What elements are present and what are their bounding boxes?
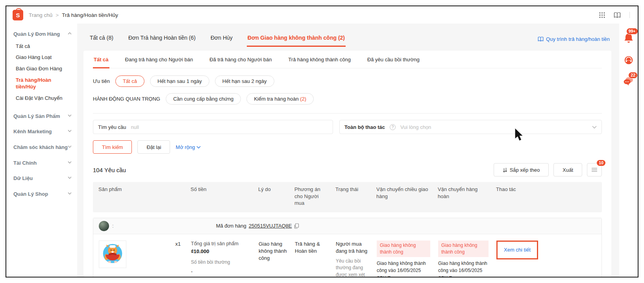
subtabs: Tất cả Đang trả hàng cho Người bán Đã tr… bbox=[93, 51, 602, 68]
sidebar-group-label: Quản Lý Sản Phẩm bbox=[13, 113, 60, 120]
chevron-down-icon bbox=[68, 130, 72, 132]
sort-arrows-icon bbox=[503, 167, 507, 173]
col-status: Trạng thái bbox=[331, 186, 372, 207]
subtab-return-failed[interactable]: Trả hàng không thành công bbox=[287, 51, 352, 68]
search-row: Tìm yêu cầu Toàn bộ thao tác ? Vui lòng … bbox=[93, 120, 602, 134]
sidebar-group-label: Quản Lý Shop bbox=[13, 191, 48, 198]
col-actions: Thao tác bbox=[492, 186, 602, 207]
view-detail-link[interactable]: Xem chi tiết bbox=[504, 247, 531, 253]
sidebar-group-customer-care[interactable]: Chăm sóc khách hàng bbox=[13, 144, 72, 151]
subtab-all[interactable]: Tất cả bbox=[93, 51, 109, 68]
search-request-field[interactable]: Tìm yêu cầu bbox=[93, 120, 333, 134]
tab-failed-delivery[interactable]: Đơn Giao hàng không thành công (2) bbox=[247, 31, 346, 47]
sidebar-group-marketing[interactable]: Kênh Marketing bbox=[13, 128, 72, 135]
subtab-returning[interactable]: Đang trả hàng cho Người bán bbox=[124, 51, 194, 68]
priority-pill-due-2-days[interactable]: Hết hạn sau 2 ngày bbox=[215, 75, 274, 87]
col-reason: Lý do bbox=[254, 186, 291, 207]
view-detail-highlight-box: Xem chi tiết bbox=[496, 241, 538, 259]
floating-rail: 99+ 22 bbox=[619, 24, 638, 277]
cell-reason: Giao hàng không thành công bbox=[255, 241, 291, 277]
chevron-down-icon bbox=[68, 176, 72, 179]
notifications-button[interactable]: 99+ bbox=[623, 32, 634, 46]
search-input[interactable] bbox=[131, 124, 328, 130]
sidebar-group-label: Chăm sóc khách hàng bbox=[13, 144, 68, 151]
return-process-link-label: Quy trình trả hàng/hoàn tiền bbox=[546, 36, 610, 42]
order-card-header: : Mã đơn hàng 250515VUJTAQ8E bbox=[93, 218, 601, 234]
select-label: Toàn bộ thao tác bbox=[344, 124, 385, 130]
sidebar-item-mass-ship[interactable]: Giao Hàng Loạt bbox=[16, 52, 72, 63]
copy-icon[interactable] bbox=[294, 223, 299, 229]
chevron-down-icon bbox=[68, 114, 72, 117]
order-code-label: Mã đơn hàng bbox=[216, 223, 246, 229]
subtab-compensation[interactable]: Đã yêu cầu bồi thường bbox=[366, 51, 420, 68]
tab-return-refund[interactable]: Đơn Trả hàng Hoàn tiền (6) bbox=[128, 31, 196, 47]
chevron-down-icon bbox=[68, 192, 72, 195]
filters: Ưu tiên Tất cả Hết hạn sau 1 ngày Hết hạ… bbox=[93, 68, 602, 113]
status-main: Người mua đang trả hàng bbox=[336, 241, 369, 255]
reset-button[interactable]: Đặt lại bbox=[137, 140, 170, 154]
sidebar-item-handover[interactable]: Bàn Giao Đơn Hàng bbox=[16, 63, 72, 75]
hamburger-icon bbox=[592, 168, 597, 172]
sidebar-item-returns[interactable]: Trả hàng/Hoàn tiền/Hủy bbox=[16, 75, 72, 93]
cell-status: Người mua đang trả hàng Yêu cầu bồi thườ… bbox=[332, 241, 373, 277]
topbar-divider bbox=[629, 12, 630, 18]
product-image[interactable] bbox=[99, 241, 126, 268]
col-amount: Số tiền bbox=[187, 186, 254, 207]
apps-grid-icon[interactable] bbox=[599, 12, 605, 18]
forward-shipping-detail: Giao hàng không thành công vào 16/05/202… bbox=[377, 260, 430, 274]
notifications-badge: 99+ bbox=[626, 28, 638, 35]
request-count: 104 Yêu cầu bbox=[93, 167, 126, 173]
search-button[interactable]: Tìm kiếm bbox=[93, 140, 132, 154]
breadcrumb-current: Trả hàng/Hoàn tiền/Hủy bbox=[62, 12, 118, 18]
cell-buyer-solution: Trả hàng & Hoàn tiền bbox=[291, 241, 332, 277]
forward-shipping-badge: Giao hàng không thành công bbox=[377, 241, 430, 257]
buyer-avatar[interactable] bbox=[99, 221, 109, 231]
table-header: Sản phẩm Số tiền Lý do Phương án cho Ngư… bbox=[93, 182, 602, 212]
search-actions: Tìm kiếm Đặt lại Mở rộng bbox=[93, 140, 602, 154]
total-value-label: Tổng giá trị sản phẩm bbox=[191, 241, 251, 248]
sidebar-group-label: Tài Chính bbox=[13, 160, 37, 167]
sidebar-item-all[interactable]: Tất cả bbox=[16, 41, 72, 52]
support-button[interactable] bbox=[624, 55, 634, 67]
handbook-icon[interactable] bbox=[614, 12, 621, 18]
total-value: ₫10.000 bbox=[191, 248, 251, 255]
sort-button[interactable]: Sắp xếp theo bbox=[494, 163, 549, 176]
main-tabs-row: Tất cả (8) Đơn Trả hàng Hoàn tiền (6) Đơ… bbox=[83, 28, 611, 47]
book-icon bbox=[538, 37, 544, 42]
returns-panel: Tất cả Đang trả hàng cho Người bán Đã tr… bbox=[83, 51, 611, 277]
priority-pill-all[interactable]: Tất cả bbox=[115, 75, 144, 87]
tab-cancelled[interactable]: Đơn Hủy bbox=[210, 31, 233, 47]
sidebar-group-finance[interactable]: Tài Chính bbox=[13, 160, 72, 167]
action-pill-provide-evidence[interactable]: Cần cung cấp bằng chứng bbox=[166, 93, 241, 105]
help-question-icon: ? bbox=[390, 124, 396, 130]
sidebar-group-data[interactable]: Dữ Liệu bbox=[13, 175, 72, 182]
expand-link[interactable]: Mở rộng bbox=[176, 144, 201, 150]
list-header: 104 Yêu cầu Sắp xếp theo Xuất 1 bbox=[93, 163, 602, 176]
export-button[interactable]: Xuất bbox=[553, 163, 582, 176]
product-qty: x1 bbox=[175, 241, 183, 248]
cell-actions: Xem chi tiết bbox=[492, 241, 601, 277]
return-shipping-carrier: SPX Express bbox=[438, 275, 489, 277]
sidebar-group-shop-management[interactable]: Quản Lý Shop bbox=[13, 191, 72, 198]
forward-shipping-carrier: SPX Express bbox=[377, 275, 430, 277]
buyer-name-colon: : bbox=[112, 223, 114, 229]
subtab-returned[interactable]: Đã trả hàng cho Người bán bbox=[209, 51, 272, 68]
tab-all[interactable]: Tất cả (8) bbox=[89, 31, 114, 47]
priority-pill-due-1-day[interactable]: Hết hạn sau 1 ngày bbox=[150, 75, 209, 87]
sidebar-item-shipping-settings[interactable]: Cài Đặt Vận Chuyển bbox=[16, 93, 72, 104]
breadcrumb-home[interactable]: Trang chủ bbox=[29, 12, 52, 18]
chat-button[interactable]: 22 bbox=[623, 76, 634, 88]
order-code[interactable]: 250515VUJTAQ8E bbox=[249, 223, 292, 229]
sidebar-group-product-management[interactable]: Quản Lý Sản Phẩm bbox=[13, 113, 72, 120]
headset-icon bbox=[624, 55, 634, 65]
sidebar-group-order-management[interactable]: Quản Lý Đơn Hàng bbox=[13, 31, 72, 38]
list-settings-button[interactable]: 10 bbox=[587, 163, 602, 176]
shopee-logo-icon[interactable]: S bbox=[13, 10, 23, 20]
settings-badge: 10 bbox=[597, 160, 605, 166]
return-shipping-detail: Giao hàng không thành công vào 16/05/202… bbox=[438, 260, 489, 274]
return-process-link[interactable]: Quy trình trả hàng/hoàn tiền bbox=[538, 36, 610, 47]
col-forward-shipping: Vận chuyển chiều giao hàng bbox=[372, 186, 434, 207]
action-type-select[interactable]: Toàn bộ thao tác ? Vui lòng chọn bbox=[339, 120, 602, 134]
action-pill-check-returns[interactable]: Kiểm tra hàng hoàn (2) bbox=[246, 93, 314, 105]
sidebar-group-label: Quản Lý Đơn Hàng bbox=[13, 31, 60, 38]
